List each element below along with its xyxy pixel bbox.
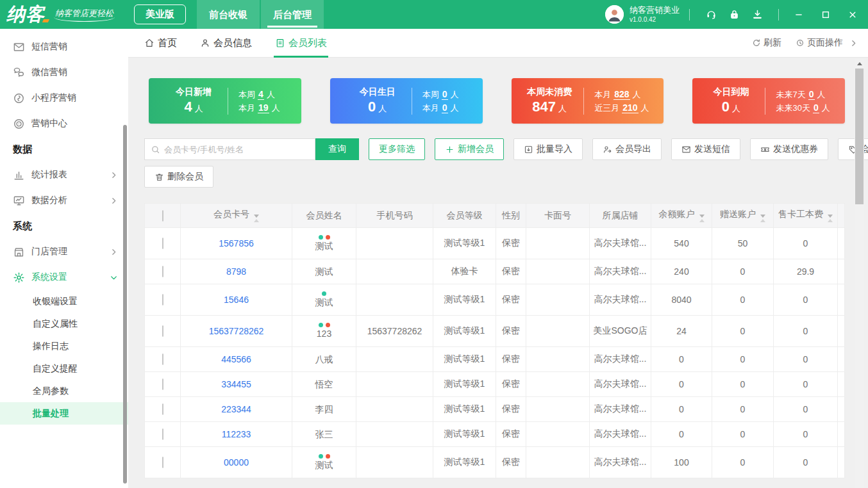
stat-detail-value[interactable]: 0 [813,102,819,113]
stat-detail-value[interactable]: 19 [258,102,269,113]
sidebar-section-label: 系统 [0,213,128,239]
sidebar-item-label: 微信营销 [31,67,67,78]
cell-fee: 0 [803,457,808,468]
stat-detail-value[interactable]: 0 [808,89,815,100]
cell-balance: 0 [679,404,684,414]
row-checkbox[interactable] [162,428,163,440]
member-card-link[interactable]: 1567856 [219,238,254,248]
sidebar-item[interactable]: 统计报表 [0,162,128,188]
sort-icon[interactable] [699,215,705,222]
sidebar-subitem[interactable]: 批量处理 [0,402,128,425]
close-button[interactable] [842,6,863,24]
tab-home[interactable]: 首页 [144,29,177,58]
sidebar-item[interactable]: 短信营销 [0,34,128,60]
cell-balance: 0 [679,379,684,389]
search-button[interactable]: 查询 [315,138,359,160]
maximize-button[interactable] [815,6,836,24]
row-checkbox[interactable] [162,378,163,390]
cell-gift: 0 [740,326,746,336]
sidebar-item-label: 门店管理 [31,246,67,257]
row-checkbox[interactable] [162,325,163,337]
sort-icon[interactable] [254,215,259,222]
chevron-down-icon [110,273,118,282]
member-card-link[interactable]: 00000 [224,457,249,468]
delete-member-label: 删除会员 [167,171,203,183]
member-card-link[interactable]: 334455 [221,379,251,389]
chevron-right-icon [110,171,118,179]
delete-member-button[interactable]: 删除会员 [144,166,213,188]
column-header[interactable]: 售卡工本费 [774,204,838,228]
member-name: 测试 [315,297,333,307]
toolbar-button-0[interactable]: 更多筛选 [369,138,425,160]
customer-service-icon[interactable] [703,6,719,23]
sidebar-scrollbar-thumb[interactable] [123,125,127,484]
search-input[interactable] [164,145,315,154]
minimize-button[interactable] [789,6,809,24]
sidebar-subitem[interactable]: 自定义属性 [0,313,128,335]
stat-detail-value[interactable]: 828 [613,89,630,100]
tab-overflow-chevron-icon[interactable] [849,39,858,47]
sort-icon[interactable] [828,215,833,222]
member-card-link[interactable]: 8798 [226,266,246,277]
sidebar-item[interactable]: 营销中心 [0,111,128,136]
refresh-button[interactable]: 刷新 [752,37,781,49]
titlebar-divider [778,9,779,20]
cell-gender: 保密 [502,266,520,276]
cell-store: 高尔夫球馆... [594,403,647,414]
member-card-link[interactable]: 223344 [221,404,251,414]
stat-detail-value[interactable]: 210 [622,102,638,113]
sidebar-subitem[interactable]: 全局参数 [0,380,128,402]
select-all-checkbox[interactable] [162,210,163,222]
sidebar-subitem[interactable]: 操作日志 [0,335,128,357]
tab-member-info[interactable]: 会员信息 [200,29,252,58]
toolbar-button-4[interactable]: 发送短信 [671,138,740,160]
sidebar-item[interactable]: 门店管理 [0,239,128,264]
row-checkbox[interactable] [162,266,163,277]
member-table: 会员卡号会员姓名手机号码会员等级性别卡面号所属店铺余额账户赠送账户售卡工本费15… [144,203,845,478]
topnav-tab-cashier[interactable]: 前台收银 [197,0,260,29]
stat-value: 0人 [707,100,755,116]
page-actions-button[interactable]: 页面操作 [796,37,843,49]
sidebar-subitem[interactable]: 收银端设置 [0,290,128,313]
row-checkbox[interactable] [162,403,163,415]
toolbar-button-5[interactable]: 发送优惠券 [750,138,828,160]
stat-divider [765,88,765,115]
toolbar-button-3[interactable]: 会员导出 [592,138,662,160]
topnav-tab-backend[interactable]: 后台管理 [261,0,324,29]
cell-gender: 保密 [502,428,520,439]
member-card-link[interactable]: 15637728262 [209,326,264,336]
toolbar-button-1[interactable]: 新增会员 [435,138,504,160]
sidebar-item[interactable]: 系统设置 [0,264,128,290]
member-card-link[interactable]: 112233 [222,429,251,439]
scrollbar-thumb[interactable] [855,69,864,204]
stat-detail-value[interactable]: 0 [442,102,448,113]
stat-detail: 本月19人 [238,101,280,115]
row-checkbox[interactable] [162,457,163,468]
sidebar-item[interactable]: 小程序营销 [0,85,128,111]
mail-icon [681,145,691,154]
user-info[interactable]: 纳客营销美业 v1.0.0.42 [605,5,680,24]
sort-icon[interactable] [760,215,765,222]
column-header[interactable]: 赠送账户 [712,204,774,228]
member-card-link[interactable]: 15646 [224,295,249,305]
row-checkbox[interactable] [162,294,163,305]
edition-badge[interactable]: 美业版 [134,4,186,24]
tab-member-list[interactable]: 会员列表 [275,29,327,58]
member-card-link[interactable]: 445566 [221,354,251,364]
stat-detail-value[interactable]: 4 [258,89,264,100]
content-scrollbar[interactable] [855,59,864,488]
lock-icon[interactable] [726,6,742,23]
row-checkbox[interactable] [162,354,163,365]
toolbar-button-2[interactable]: 批量导入 [513,138,583,160]
cell-phone: 15637728262 [367,326,422,336]
scroll-up-icon[interactable] [855,59,864,68]
download-icon[interactable] [749,6,765,23]
column-header: 会员姓名 [292,204,356,228]
column-header[interactable]: 余额账户 [651,204,712,228]
sidebar-subitem[interactable]: 自定义提醒 [0,357,128,380]
sidebar-item[interactable]: 数据分析 [0,188,128,213]
stat-detail-value[interactable]: 0 [442,89,448,100]
column-header[interactable]: 会员卡号 [181,204,292,228]
row-checkbox[interactable] [162,238,163,249]
sidebar-item[interactable]: 微信营销 [0,60,128,85]
